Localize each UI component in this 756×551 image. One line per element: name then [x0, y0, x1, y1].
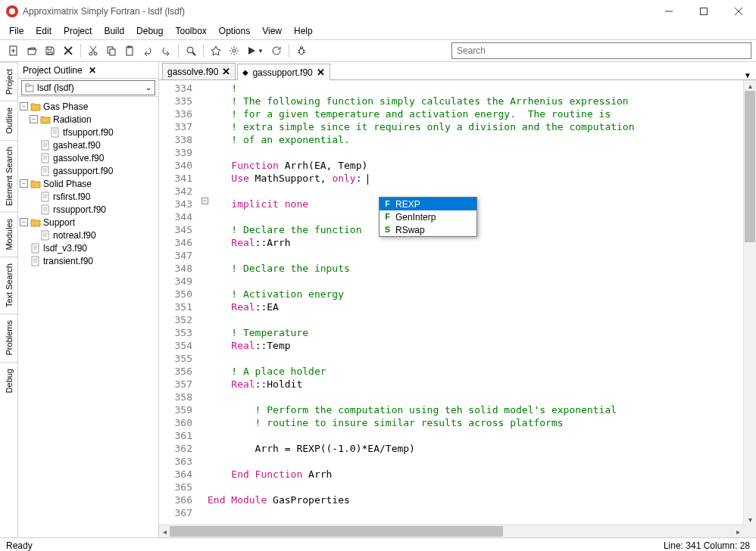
- menu-help[interactable]: Help: [288, 24, 319, 38]
- project-selector-row: lsdf (lsdf) ⌄: [18, 79, 158, 97]
- autocomplete-item[interactable]: SRSwap: [380, 223, 476, 236]
- scroll-up-icon[interactable]: ▴: [744, 80, 756, 91]
- project-icon: [25, 83, 34, 92]
- scrollbar-thumb[interactable]: [170, 526, 503, 537]
- open-icon[interactable]: [23, 42, 40, 59]
- svg-rect-56: [32, 244, 39, 253]
- settings-icon[interactable]: [226, 42, 242, 59]
- save-icon[interactable]: [42, 42, 58, 59]
- svg-rect-28: [52, 128, 58, 137]
- run-icon[interactable]: ▼: [244, 42, 267, 59]
- editor-tab-gassupport[interactable]: ◆ gassupport.f90 ✕: [237, 64, 330, 80]
- menu-project[interactable]: Project: [58, 24, 98, 38]
- svg-rect-14: [110, 49, 115, 55]
- menu-file[interactable]: File: [3, 24, 30, 38]
- svg-line-18: [192, 52, 195, 55]
- tree-folder-radiation[interactable]: −Radiation: [20, 113, 157, 126]
- tree-file[interactable]: gassolve.f90: [20, 151, 157, 164]
- bug-icon[interactable]: [293, 42, 310, 59]
- scroll-down-icon[interactable]: ▾: [744, 514, 756, 525]
- scrollbar-thumb[interactable]: [745, 91, 755, 242]
- tree-file[interactable]: transient.f90: [20, 254, 157, 267]
- tab-close-icon[interactable]: ✕: [222, 66, 230, 77]
- autocomplete-item[interactable]: FGenInterp: [380, 210, 476, 223]
- tree-folder-solid[interactable]: −Solid Phase: [20, 177, 157, 190]
- side-tab-debug[interactable]: Debug: [0, 362, 17, 399]
- tree-file[interactable]: lsdf_v3.f90: [20, 241, 157, 254]
- svg-point-20: [299, 48, 304, 54]
- svg-point-10: [94, 52, 97, 55]
- side-tab-outline[interactable]: Outline: [0, 101, 17, 140]
- scrollbar-corner: [743, 525, 756, 537]
- titlebar: Approximatrix Simply Fortran - lsdf (lsd…: [0, 0, 756, 23]
- side-tab-project[interactable]: Project: [0, 62, 17, 101]
- code-content[interactable]: ! ! The following function simply calcul…: [208, 80, 756, 537]
- refresh-icon[interactable]: [268, 42, 285, 59]
- redo-icon[interactable]: [158, 42, 174, 59]
- tree-file[interactable]: notreal.f90: [20, 229, 157, 241]
- side-tab-element-search[interactable]: Element Search: [0, 140, 17, 212]
- vertical-scrollbar[interactable]: ▴ ▾: [743, 80, 756, 525]
- tree-folder-gas[interactable]: −Gas Phase: [20, 100, 157, 113]
- svg-rect-40: [42, 167, 48, 176]
- menu-options[interactable]: Options: [213, 24, 256, 38]
- app-icon: [6, 5, 18, 17]
- svg-rect-15: [127, 47, 133, 55]
- tree-toggle[interactable]: −: [30, 115, 38, 123]
- scroll-left-icon[interactable]: ◂: [159, 525, 170, 537]
- editor-body[interactable]: 3343353363373383393403413423433443453463…: [159, 80, 756, 537]
- delete-icon[interactable]: [60, 42, 77, 59]
- tree-toggle[interactable]: −: [20, 218, 28, 226]
- side-tab-modules[interactable]: Modules: [0, 212, 17, 257]
- search-input[interactable]: [451, 42, 751, 59]
- line-number-gutter: 3343353363373383393403413423433443453463…: [159, 80, 208, 537]
- minimize-button[interactable]: [651, 0, 686, 23]
- project-tree[interactable]: −Gas Phase−Radiationtfsupport.f90gasheat…: [18, 97, 158, 537]
- tree-file[interactable]: gasheat.f90: [20, 139, 157, 151]
- maximize-button[interactable]: [686, 0, 721, 23]
- completion-kind-icon: S: [383, 225, 392, 235]
- autocomplete-popup[interactable]: FREXPFGenInterpSRSwap: [379, 197, 477, 237]
- side-tab-problems[interactable]: Problems: [0, 313, 17, 361]
- side-tab-text-search[interactable]: Text Search: [0, 257, 17, 313]
- completion-kind-icon: F: [383, 212, 392, 222]
- tree-file[interactable]: gassupport.f90: [20, 164, 157, 177]
- menu-build[interactable]: Build: [98, 24, 130, 38]
- scroll-right-icon[interactable]: ▸: [733, 525, 743, 537]
- tab-label: gassupport.f90: [252, 67, 312, 78]
- menu-edit[interactable]: Edit: [30, 24, 58, 38]
- tree-folder-support[interactable]: −Support: [20, 216, 157, 229]
- close-button[interactable]: [721, 0, 756, 23]
- editor-tab-gassolve[interactable]: gassolve.f90 ✕: [162, 63, 236, 79]
- menu-debug[interactable]: Debug: [130, 24, 169, 38]
- autocomplete-item[interactable]: FREXP: [380, 198, 476, 210]
- tree-file[interactable]: rssupport.f90: [20, 203, 157, 216]
- menu-view[interactable]: View: [256, 24, 288, 38]
- svg-point-25: [301, 47, 303, 49]
- svg-rect-32: [42, 141, 48, 150]
- toolbar: ▼: [0, 39, 756, 62]
- horizontal-scrollbar[interactable]: ◂ ▸: [159, 525, 743, 537]
- project-selector[interactable]: lsdf (lsdf) ⌄: [21, 80, 155, 95]
- project-outline-panel: Project Outline ✕ lsdf (lsdf) ⌄ −Gas Pha…: [18, 62, 159, 537]
- copy-icon[interactable]: [103, 42, 120, 59]
- paste-icon[interactable]: [121, 42, 138, 59]
- build-icon[interactable]: [208, 42, 224, 59]
- tree-file[interactable]: rsfirst.f90: [20, 190, 157, 203]
- new-file-icon[interactable]: [5, 42, 22, 59]
- undo-icon[interactable]: [139, 42, 156, 59]
- panel-close-button[interactable]: ✕: [89, 65, 155, 76]
- find-icon[interactable]: [183, 42, 199, 59]
- svg-rect-1: [701, 8, 708, 15]
- panel-title: Project Outline: [23, 65, 89, 76]
- tree-toggle[interactable]: −: [20, 102, 28, 111]
- tree-file[interactable]: tfsupport.f90: [20, 126, 157, 139]
- svg-rect-36: [42, 154, 48, 163]
- chevron-down-icon: ⌄: [145, 83, 152, 92]
- tab-close-icon[interactable]: ✕: [317, 67, 325, 78]
- menubar: File Edit Project Build Debug Toolbox Op…: [0, 23, 756, 39]
- cut-icon[interactable]: [85, 42, 102, 59]
- tab-overflow-button[interactable]: ▼: [744, 71, 751, 79]
- menu-toolbox[interactable]: Toolbox: [169, 24, 212, 38]
- tree-toggle[interactable]: −: [20, 179, 28, 188]
